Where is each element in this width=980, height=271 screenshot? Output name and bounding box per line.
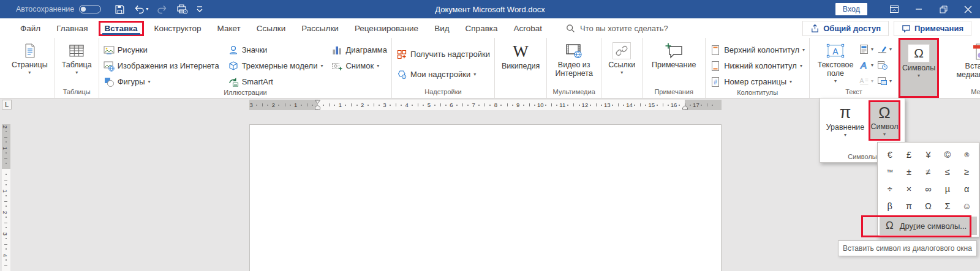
more-symbols-item[interactable]: Ω Другие символы... (880, 217, 977, 235)
symbol-cell[interactable]: ± (899, 163, 918, 180)
indent-markers[interactable] (314, 100, 321, 110)
pages-dropdown-arrow: ▾ (28, 70, 31, 75)
links-icon (615, 45, 628, 57)
symbol-cell[interactable]: × (899, 180, 918, 198)
wordart-button[interactable]: A▾ (859, 59, 873, 71)
symbol-cell[interactable]: © (938, 146, 957, 163)
ruler-tick: 15 (649, 101, 655, 109)
tab-layout[interactable]: Макет (212, 21, 246, 36)
symbol-cell[interactable]: ≤ (938, 163, 957, 180)
header-button[interactable]: Верхний колонтитул ▾ (710, 43, 805, 56)
autosave-toggle[interactable] (79, 5, 101, 13)
tab-help[interactable]: Справка (460, 21, 503, 36)
ruler-tick (663, 103, 663, 106)
symbol-cell[interactable]: ÷ (880, 180, 899, 198)
tab-acrobat[interactable]: Acrobat (508, 21, 548, 36)
symbol-button[interactable]: Ω Символ ▾ (869, 100, 900, 141)
get-addins-button[interactable]: Получить надстройки (396, 48, 490, 61)
symbol-cell[interactable]: π (899, 198, 918, 215)
object-button[interactable]: ▾ (877, 75, 892, 87)
symbol-cell[interactable]: ≠ (919, 163, 938, 180)
chart-button[interactable]: Диаграмма (331, 43, 387, 56)
ribbon-display-options-button[interactable] (882, 0, 907, 18)
tab-mailings[interactable]: Рассылки (296, 21, 344, 36)
redo-button[interactable] (157, 4, 168, 15)
equation-button[interactable]: π Уравнение ▾ (822, 100, 869, 160)
screenshot-button[interactable]: Снимок ▾ (331, 59, 387, 72)
horizontal-ruler[interactable]: 3211234567891011121314151617 (249, 100, 722, 110)
3d-models-button[interactable]: Трехмерные модели ▾ (228, 59, 323, 72)
group-media: Вставить медиаконтент Медиа (939, 38, 980, 98)
minimize-button[interactable] (907, 0, 931, 18)
symbol-cell[interactable]: € (880, 146, 899, 163)
symbol-cell[interactable]: ≥ (957, 163, 976, 180)
print-button[interactable] (176, 4, 188, 15)
ruler-tick (6, 248, 7, 250)
tab-stop-selector[interactable]: L (2, 100, 12, 110)
symbol-cell[interactable]: ☺ (957, 198, 976, 215)
tab-design[interactable]: Конструктор (149, 21, 207, 36)
tell-me-search[interactable]: Что вы хотите сделать? (566, 24, 668, 33)
drop-cap-button[interactable]: A▾ (859, 75, 873, 87)
my-addins-label: Мои надстройки (410, 70, 470, 79)
tab-references[interactable]: Ссылки (251, 21, 292, 36)
online-pictures-button[interactable]: Изображения из Интернета (104, 59, 219, 72)
tab-view[interactable]: Вид (429, 21, 454, 36)
sign-in-button[interactable]: Вход (835, 3, 867, 15)
save-button[interactable] (115, 4, 125, 15)
share-button[interactable]: Общий доступ (802, 21, 889, 36)
ruler-tick (634, 105, 635, 106)
symbol-cell[interactable]: Ω (919, 198, 938, 215)
symbol-cell[interactable]: ∞ (919, 180, 938, 198)
symbol-cell[interactable]: α (957, 180, 976, 198)
ruler-tick (618, 103, 619, 106)
icons-button[interactable]: Значки (228, 43, 323, 56)
screenshot-dropdown-arrow: ▾ (377, 64, 379, 69)
online-video-button[interactable]: Видео из Интернета (551, 39, 597, 79)
symbol-cell[interactable]: ® (957, 146, 976, 163)
vertical-ruler[interactable]: 211234 (2, 124, 10, 271)
smartart-button[interactable]: SmartArt (228, 75, 323, 88)
comments-button[interactable]: Примечания (894, 21, 971, 36)
restore-button[interactable] (931, 0, 956, 18)
symbol-cell[interactable]: £ (899, 146, 918, 163)
share-icon (810, 24, 820, 33)
close-button[interactable] (956, 0, 980, 18)
tab-review[interactable]: Рецензирование (349, 21, 424, 36)
shapes-button[interactable]: Фигуры ▾ (104, 75, 219, 88)
my-addins-button[interactable]: Мои надстройки ▾ (396, 68, 490, 81)
textbox-button[interactable]: A Текстовое поле ▾ (814, 39, 857, 85)
footer-button[interactable]: Нижний колонтитул ▾ (710, 59, 805, 72)
symbols-group-button[interactable]: Ω Символы ▾ (899, 38, 939, 98)
symbol-cell[interactable]: µ (938, 180, 957, 198)
insert-media-button[interactable]: Вставить медиаконтент (943, 39, 980, 80)
tab-insert[interactable]: Вставка (99, 21, 144, 36)
signature-line-button[interactable]: ▾ (877, 43, 892, 55)
customize-qat-button[interactable] (197, 6, 203, 13)
undo-dropdown-arrow[interactable]: ▾ (146, 7, 148, 12)
symbol-cell[interactable]: Σ (938, 198, 957, 215)
ruler-tick (601, 105, 602, 106)
pictures-button[interactable]: Рисунки (104, 43, 219, 56)
wordart-dropdown-arrow: ▾ (871, 63, 873, 68)
symbol-cell[interactable]: ™ (880, 163, 899, 180)
page-number-button[interactable]: # Номер страницы ▾ (710, 75, 805, 88)
online-pictures-label: Изображения из Интернета (118, 61, 219, 70)
undo-button[interactable]: ▾ (134, 4, 148, 15)
wikipedia-button[interactable]: W Википедия (499, 39, 542, 72)
tab-home[interactable]: Главная (51, 21, 93, 36)
new-comment-button[interactable]: Примечание (647, 39, 701, 70)
ruler-tick: 1 (1, 146, 9, 152)
tab-file[interactable]: Файл (15, 21, 46, 36)
symbol-cell[interactable]: ¥ (919, 146, 938, 163)
symbol-label: Символ (870, 122, 898, 131)
insert-media-label: Вставить медиаконтент (946, 62, 980, 79)
date-time-button[interactable] (877, 59, 892, 71)
symbols-button[interactable]: Ω Символы ▾ (900, 41, 938, 80)
pages-button[interactable]: Страницы ▾ (9, 39, 50, 76)
document-page[interactable] (249, 124, 722, 271)
symbol-cell[interactable]: β (880, 198, 899, 215)
quick-parts-button[interactable]: ▾ (859, 43, 873, 55)
links-button[interactable]: Ссылки ▾ (606, 39, 638, 76)
table-button[interactable]: Таблица ▾ (59, 39, 94, 76)
